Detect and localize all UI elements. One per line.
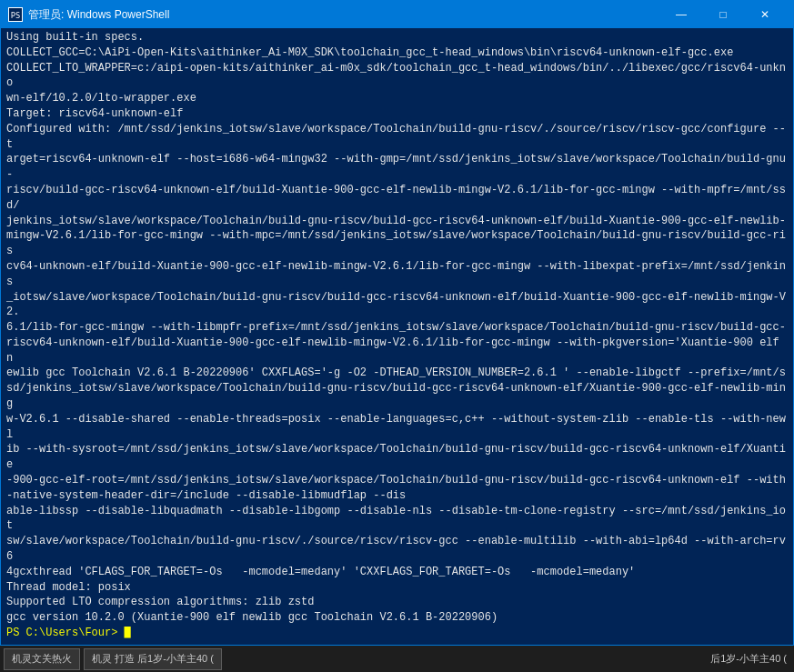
terminal-line: mingw-V2.6.1/lib-for-gcc-mingw --with-mp… <box>6 228 788 259</box>
terminal-line: gcc version 10.2.0 (Xuantie-900 elf newl… <box>6 610 788 626</box>
taskbar-right-text: 后1岁-小羊主40 ( <box>710 652 787 666</box>
taskbar-item-1[interactable]: 机灵文关热火 <box>4 648 80 670</box>
maximize-button[interactable]: □ <box>702 1 744 28</box>
terminal-line: Configured with: /mnt/ssd/jenkins_iotsw/… <box>6 122 788 153</box>
window-title: 管理员: Windows PowerShell <box>28 7 660 23</box>
terminal-line: able-libssp --disable-libquadmath --disa… <box>6 504 788 535</box>
terminal-line: cv64-unknown-elf/build-Xuantie-900-gcc-e… <box>6 259 788 290</box>
terminal-line: Thread model: posix <box>6 580 788 596</box>
taskbar: 机灵文关热火 机灵 打造 后1岁-小羊主40 ( 后1岁-小羊主40 ( <box>0 646 794 672</box>
terminal-line: Using built-in specs. <box>6 30 788 45</box>
minimize-button[interactable]: — <box>660 1 702 28</box>
close-button[interactable]: ✕ <box>744 1 786 28</box>
taskbar-label-1: 机灵文关热火 <box>12 652 72 666</box>
terminal-line: ewlib gcc Toolchain V2.6.1 B-20220906' C… <box>6 366 788 381</box>
terminal-line: -900-gcc-elf-root=/mnt/ssd/jenkins_iotsw… <box>6 473 788 504</box>
terminal-line: Supported LTO compression algorithms: zl… <box>6 595 788 610</box>
terminal-line: Target: riscv64-unknown-elf <box>6 106 788 122</box>
terminal-line: COLLECT_LTO_WRAPPER=c:/aipi-open-kits/ai… <box>6 61 788 92</box>
terminal-line: COLLECT_GCC=C:\AiPi-Open-Kits\aithinker_… <box>6 45 788 61</box>
terminal-line: arget=riscv64-unknown-elf --host=i686-w6… <box>6 152 788 183</box>
taskbar-item-2[interactable]: 机灵 打造 后1岁-小羊主40 ( <box>84 648 222 670</box>
svg-text:PS: PS <box>11 11 21 20</box>
terminal-line: _iotsw/slave/workspace/Toolchain/build-g… <box>6 290 788 321</box>
terminal-line: sd/jenkins_iotsw/slave/workspace/Toolcha… <box>6 381 788 412</box>
title-bar: PS 管理员: Windows PowerShell — □ ✕ <box>1 1 793 28</box>
terminal-line: PS C:\Users\Four> █ <box>6 626 788 641</box>
terminal-line: wn-elf/10.2.0/lto-wrapper.exe <box>6 91 788 106</box>
terminal-line: 6.1/lib-for-gcc-mingw --with-libmpfr-pre… <box>6 320 788 336</box>
taskbar-right: 后1岁-小羊主40 ( <box>710 652 790 666</box>
taskbar-label-2: 机灵 打造 后1岁-小羊主40 ( <box>92 652 214 666</box>
window-controls: — □ ✕ <box>660 1 786 28</box>
terminal-output[interactable]: Windows PowerShell版权所有 (C) Microsoft Cor… <box>1 28 793 645</box>
terminal-line: ib --with-sysroot=/mnt/ssd/jenkins_iotsw… <box>6 442 788 473</box>
terminal-line: sw/slave/workspace/Toolchain/build-gnu-r… <box>6 534 788 565</box>
powershell-window: PS 管理员: Windows PowerShell — □ ✕ Windows… <box>0 0 794 646</box>
terminal-line: 4gcxthread 'CFLAGS_FOR_TARGET=-Os -mcmod… <box>6 565 788 580</box>
terminal-line: riscv64-unknown-elf/build-Xuantie-900-gc… <box>6 336 788 366</box>
terminal-line: w-V2.6.1 --disable-shared --enable-threa… <box>6 412 788 443</box>
terminal-line: riscv/build-gcc-riscv64-unknown-elf/buil… <box>6 183 788 214</box>
terminal-line: jenkins_iotsw/slave/workspace/Toolchain/… <box>6 214 788 229</box>
powershell-icon: PS <box>8 7 23 22</box>
